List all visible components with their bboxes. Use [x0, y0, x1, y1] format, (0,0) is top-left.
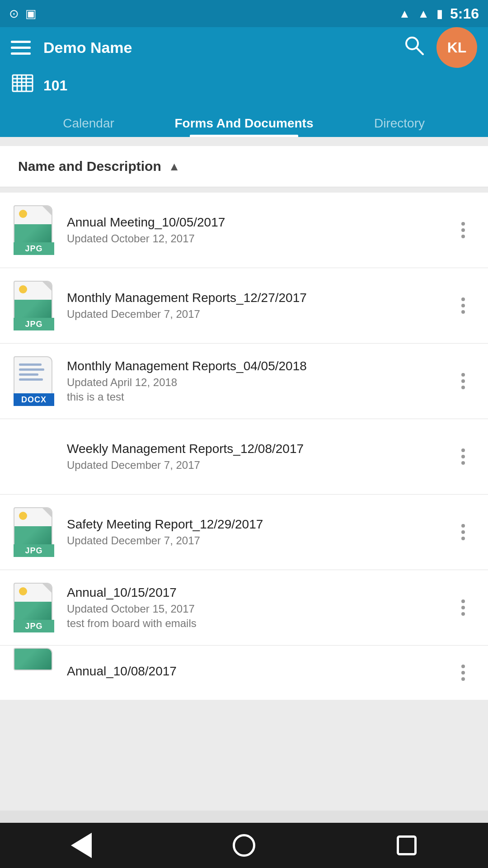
list-item[interactable]: Weekly Management Reports_12/08/2017 Upd… — [0, 419, 488, 495]
doc-name: Annual Meeting_10/05/2017 — [67, 215, 452, 230]
file-icon-jpg: JPG — [14, 205, 54, 255]
building-icon — [11, 71, 34, 100]
doc-info: Weekly Management Reports_12/08/2017 Upd… — [67, 442, 452, 472]
bottom-navigation — [0, 823, 488, 868]
file-icon-docx: DOCX — [14, 356, 54, 406]
file-icon-jpg: JPG — [14, 507, 54, 557]
building-number: 101 — [43, 77, 67, 94]
doc-menu-button[interactable] — [452, 665, 474, 681]
file-icon-jpg: JPG — [14, 583, 54, 632]
tab-bar: Calendar Forms And Documents Directory — [11, 105, 477, 137]
status-bar-left: ⊙ ▣ — [9, 7, 37, 21]
sort-arrow-icon: ▲ — [169, 160, 180, 174]
sort-header-label: Name and Description — [18, 159, 161, 174]
tab-forms[interactable]: Forms And Documents — [166, 116, 322, 137]
status-time: 5:16 — [450, 5, 479, 22]
doc-info: Monthly Management Reports_12/27/2017 Up… — [67, 291, 452, 321]
file-icon-none — [14, 432, 54, 481]
doc-updated: Updated October 15, 2017 — [67, 603, 452, 615]
doc-name: Monthly Management Reports_04/05/2018 — [67, 359, 452, 373]
back-button[interactable] — [68, 832, 95, 859]
header-top: Demo Name KL — [11, 27, 477, 68]
doc-updated: Updated December 7, 2017 — [67, 459, 452, 472]
doc-menu-button[interactable] — [452, 524, 474, 540]
doc-name: Annual_10/15/2017 — [67, 585, 452, 600]
tab-directory[interactable]: Directory — [322, 116, 477, 137]
status-bar: ⊙ ▣ ▲ ▲ ▮ 5:16 — [0, 0, 488, 27]
doc-desc: this is a test — [67, 391, 452, 403]
battery-icon: ▮ — [436, 7, 443, 21]
signal-bars-icon: ▲ — [418, 7, 429, 21]
doc-menu-button[interactable] — [452, 448, 474, 465]
doc-info: Annual Meeting_10/05/2017 Updated Octobe… — [67, 215, 452, 245]
list-item[interactable]: JPG Safety Meeting Report_12/29/2017 Upd… — [0, 495, 488, 570]
recent-apps-button[interactable] — [393, 832, 420, 859]
app-title: Demo Name — [43, 39, 132, 57]
file-icon-jpg: JPG — [14, 281, 54, 330]
doc-desc: test from board with emails — [67, 617, 452, 630]
doc-info: Safety Meeting Report_12/29/2017 Updated… — [67, 517, 452, 547]
list-item[interactable]: JPG Monthly Management Reports_12/27/201… — [0, 268, 488, 344]
sd-icon: ▣ — [25, 7, 37, 21]
list-item[interactable]: JPG Annual_10/15/2017 Updated October 15… — [0, 570, 488, 646]
doc-updated: Updated April 12, 2018 — [67, 376, 452, 389]
sub-header: 101 — [11, 68, 477, 105]
doc-name: Monthly Management Reports_12/27/2017 — [67, 291, 452, 305]
sort-header[interactable]: Name and Description ▲ — [0, 146, 488, 187]
doc-info: Annual_10/08/2017 — [67, 664, 452, 681]
doc-menu-button[interactable] — [452, 222, 474, 238]
svg-rect-2 — [13, 75, 33, 91]
doc-updated: Updated December 7, 2017 — [67, 534, 452, 547]
list-item[interactable]: DOCX Monthly Management Reports_04/05/20… — [0, 344, 488, 419]
home-button[interactable] — [230, 832, 258, 859]
content-area: Name and Description ▲ JPG Annual Meetin… — [0, 137, 488, 811]
tab-calendar[interactable]: Calendar — [11, 116, 166, 137]
document-list: JPG Annual Meeting_10/05/2017 Updated Oc… — [0, 193, 488, 700]
header-right: KL — [404, 27, 477, 68]
doc-info: Monthly Management Reports_04/05/2018 Up… — [67, 359, 452, 403]
status-bar-right: ▲ ▲ ▮ 5:16 — [399, 5, 479, 22]
doc-menu-button[interactable] — [452, 599, 474, 616]
doc-menu-button[interactable] — [452, 297, 474, 314]
doc-updated: Updated December 7, 2017 — [67, 308, 452, 321]
hamburger-menu[interactable] — [11, 41, 31, 55]
svg-line-1 — [417, 48, 423, 54]
wifi-icon: ▲ — [399, 7, 410, 21]
doc-name: Weekly Management Reports_12/08/2017 — [67, 442, 452, 456]
app-header: Demo Name KL 101 — [0, 27, 488, 137]
doc-info: Annual_10/15/2017 Updated October 15, 20… — [67, 585, 452, 630]
signal-icon: ⊙ — [9, 7, 19, 21]
doc-name: Safety Meeting Report_12/29/2017 — [67, 517, 452, 532]
list-item[interactable]: Annual_10/08/2017 — [0, 646, 488, 700]
doc-name: Annual_10/08/2017 — [67, 664, 452, 679]
doc-menu-button[interactable] — [452, 373, 474, 389]
doc-updated: Updated October 12, 2017 — [67, 232, 452, 245]
header-left: Demo Name — [11, 39, 132, 57]
list-item[interactable]: JPG Annual Meeting_10/05/2017 Updated Oc… — [0, 193, 488, 268]
file-icon-jpg — [14, 648, 54, 698]
user-avatar[interactable]: KL — [436, 27, 477, 68]
search-button[interactable] — [404, 35, 424, 60]
